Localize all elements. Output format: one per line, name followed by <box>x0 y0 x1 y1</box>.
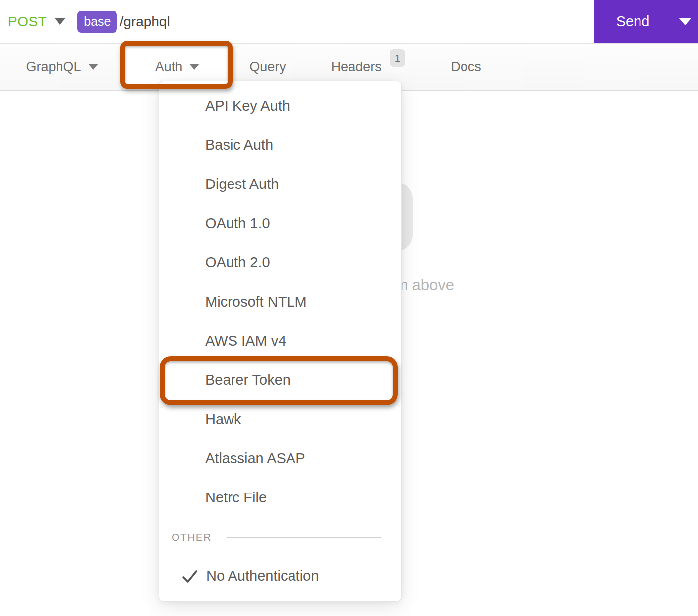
auth-menu-item-label: Atlassian ASAP <box>205 450 305 467</box>
chevron-down-icon[interactable] <box>55 18 65 25</box>
environment-variable-tag[interactable]: base <box>77 11 117 33</box>
auth-menu-item-microsoft-ntlm[interactable]: Microsoft NTLM <box>159 282 401 321</box>
auth-menu-item-label: OAuth 2.0 <box>205 254 270 271</box>
auth-menu-other-section: OTHER <box>159 517 401 556</box>
auth-menu-item-label: Basic Auth <box>205 137 273 153</box>
section-divider-line <box>227 537 381 538</box>
auth-menu-item-oauth-2-0[interactable]: OAuth 2.0 <box>159 243 401 282</box>
send-button[interactable]: Send <box>594 0 672 43</box>
auth-menu-item-no-authentication[interactable]: No Authentication <box>159 556 401 596</box>
auth-menu-item-label: API Key Auth <box>205 98 290 114</box>
auth-menu-item-label: Microsoft NTLM <box>205 294 307 310</box>
request-url-bar: POST base /graphql Send <box>0 0 698 44</box>
auth-menu-item-label: Digest Auth <box>205 176 279 192</box>
tab-docs[interactable]: Docs <box>431 44 501 90</box>
auth-menu-item-label: AWS IAM v4 <box>205 333 286 349</box>
url-input[interactable]: /graphql <box>119 14 170 30</box>
checkmark-icon <box>180 567 199 586</box>
send-button-group: Send <box>594 0 698 43</box>
auth-menu-item-label: Netrc File <box>205 490 267 506</box>
tab-auth-label: Auth <box>155 60 183 75</box>
chevron-down-icon <box>88 64 98 70</box>
auth-menu-item-label: OAuth 1.0 <box>205 215 270 232</box>
method-selector[interactable]: POST <box>8 14 47 30</box>
tab-docs-label: Docs <box>451 60 481 75</box>
auth-menu-item-api-key-auth[interactable]: API Key Auth <box>159 86 401 125</box>
chevron-down-icon <box>679 18 692 25</box>
body-hint-text: m above <box>395 276 454 294</box>
auth-menu-item-oauth-1-0[interactable]: OAuth 1.0 <box>159 204 401 243</box>
auth-menu-item-aws-iam-v4[interactable]: AWS IAM v4 <box>159 321 401 361</box>
auth-menu-item-label: Hawk <box>205 411 241 428</box>
auth-menu-item-hawk[interactable]: Hawk <box>159 400 401 439</box>
headers-count-badge: 1 <box>390 49 406 67</box>
other-section-label: OTHER <box>172 531 212 543</box>
auth-dropdown-menu: API Key AuthBasic AuthDigest AuthOAuth 1… <box>159 81 402 602</box>
auth-menu-item-label: No Authentication <box>206 568 319 584</box>
auth-menu-item-digest-auth[interactable]: Digest Auth <box>159 165 401 204</box>
tab-headers-label: Headers <box>331 60 382 75</box>
tab-graphql[interactable]: GraphQL <box>0 44 124 90</box>
auth-menu-item-basic-auth[interactable]: Basic Auth <box>159 125 401 165</box>
auth-menu-item-netrc-file[interactable]: Netrc File <box>159 478 401 517</box>
auth-menu-item-atlassian-asap[interactable]: Atlassian ASAP <box>159 439 401 478</box>
send-options-button[interactable] <box>672 0 698 43</box>
auth-menu-items: API Key AuthBasic AuthDigest AuthOAuth 1… <box>159 86 401 517</box>
tab-graphql-label: GraphQL <box>26 60 81 75</box>
auth-menu-item-label: Bearer Token <box>205 372 291 388</box>
auth-menu-item-bearer-token[interactable]: Bearer Token <box>159 361 401 400</box>
tab-query-label: Query <box>249 60 286 75</box>
chevron-down-icon <box>189 64 199 70</box>
